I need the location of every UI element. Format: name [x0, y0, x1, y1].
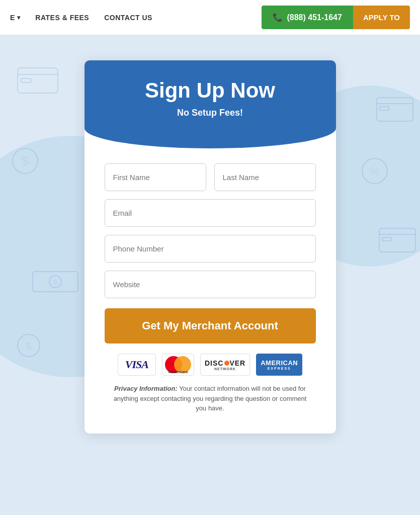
phone-group [105, 235, 316, 263]
signup-title: Sign Up Now [105, 78, 316, 103]
nav-item-contact[interactable]: CONTACT US [104, 14, 152, 22]
signup-subtitle: No Setup Fees! [105, 108, 316, 118]
email-group [105, 199, 316, 227]
nav-left: E RATES & FEES CONTACT US [10, 14, 262, 22]
amex-bottom-text: EXPRESS [268, 367, 291, 370]
email-input[interactable] [105, 199, 316, 227]
phone-button[interactable]: 📞 (888) 451-1647 [262, 6, 353, 29]
discover-dot [224, 361, 229, 366]
first-name-input[interactable] [105, 163, 206, 191]
signup-card: Sign Up Now No Setup Fees! Get [85, 60, 336, 434]
privacy-text: Privacy Information: Your contact inform… [105, 384, 316, 423]
apply-button[interactable]: APPLY TO [353, 6, 410, 29]
nav-buttons: 📞 (888) 451-1647 APPLY TO [262, 6, 410, 29]
website-group [105, 271, 316, 298]
submit-button[interactable]: Get My Merchant Account [105, 308, 316, 344]
main-content: Sign Up Now No Setup Fees! Get [0, 35, 420, 434]
visa-logo: VISA [118, 354, 156, 376]
phone-icon: 📞 [273, 13, 283, 22]
navbar: E RATES & FEES CONTACT US 📞 (888) 451-16… [0, 0, 420, 35]
mastercard-logo: MasterCard [162, 354, 194, 376]
mc-text: MasterCard [162, 370, 194, 374]
discover-network: NETWORK [214, 367, 236, 371]
nav-item-rates[interactable]: RATES & FEES [35, 14, 89, 22]
discover-text: DISCVER [205, 359, 245, 367]
phone-input[interactable] [105, 235, 316, 263]
name-row [105, 163, 316, 191]
card-logos: VISA MasterCard DISCVER NETWORK [105, 354, 316, 376]
website-input[interactable] [105, 271, 316, 298]
amex-top-text: AMERICAN [261, 359, 298, 367]
card-header: Sign Up Now No Setup Fees! [85, 60, 336, 148]
last-name-input[interactable] [214, 163, 316, 191]
nav-item-home[interactable]: E [10, 14, 20, 22]
phone-number: (888) 451-1647 [287, 13, 342, 22]
amex-logo: AMERICAN EXPRESS [256, 354, 302, 376]
discover-logo: DISCVER NETWORK [200, 354, 250, 376]
card-body: Get My Merchant Account VISA MasterCard … [85, 148, 336, 434]
privacy-bold: Privacy Information: [114, 385, 178, 392]
